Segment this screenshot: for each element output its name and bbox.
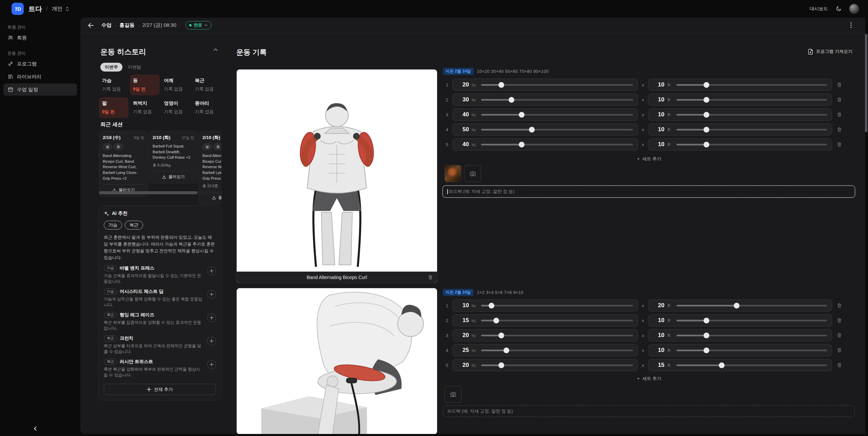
session-card[interactable]: 2/10 (화)17일 전Barbell Full Squat, Barbell… <box>149 131 198 183</box>
weight-value[interactable]: 25 <box>457 347 469 354</box>
slider-thumb[interactable] <box>519 112 525 118</box>
reps-value[interactable]: 15 <box>653 362 665 369</box>
feedback-input[interactable]: 피드백 (예: 자세 교정, 잘한 점 등) <box>443 186 855 197</box>
reps-value[interactable]: 20 <box>653 302 665 309</box>
weight-slider[interactable] <box>481 114 633 116</box>
slider-thumb[interactable] <box>704 142 709 147</box>
back-button[interactable] <box>88 23 94 28</box>
add-photo-camera-button[interactable] <box>445 386 461 403</box>
chevron-up-down-icon[interactable] <box>65 6 70 12</box>
ai-focus-tag[interactable]: 가슴 <box>104 221 122 230</box>
sidebar-item-program[interactable]: 프로그램 <box>3 58 77 70</box>
add-exercise-button[interactable] <box>207 313 216 322</box>
sessions-horizontal-scrollbar[interactable] <box>99 191 221 194</box>
vertical-scrollbar[interactable] <box>865 34 867 132</box>
slider-thumb[interactable] <box>704 97 709 103</box>
reps-slider[interactable] <box>676 84 827 86</box>
user-avatar[interactable] <box>849 4 859 14</box>
reps-value[interactable]: 10 <box>653 96 665 103</box>
weight-slider[interactable] <box>481 129 633 131</box>
slider-thumb[interactable] <box>719 362 725 368</box>
delete-set-button[interactable] <box>837 318 842 323</box>
add-exercise-button[interactable] <box>207 360 216 369</box>
weight-value[interactable]: 15 <box>457 317 469 324</box>
reps-slider[interactable] <box>676 320 827 321</box>
import-program-button[interactable]: 프로그램 가져오기 <box>805 46 855 57</box>
reps-slider[interactable] <box>676 114 827 116</box>
reps-value[interactable]: 10 <box>653 111 665 118</box>
slider-thumb[interactable] <box>704 112 709 118</box>
weight-value[interactable]: 30 <box>457 96 469 103</box>
weight-slider[interactable] <box>481 335 633 336</box>
weight-value[interactable]: 20 <box>457 332 469 339</box>
sidebar-collapse-icon[interactable] <box>33 426 37 431</box>
delete-set-button[interactable] <box>837 142 842 147</box>
weight-value[interactable]: 40 <box>457 111 469 118</box>
tab-이번달[interactable]: 이번달 <box>128 64 141 70</box>
weight-slider[interactable] <box>481 305 633 306</box>
slider-thumb[interactable] <box>498 82 504 88</box>
reps-value[interactable]: 10 <box>653 141 665 148</box>
slider-thumb[interactable] <box>504 348 509 353</box>
weight-slider[interactable] <box>481 144 633 145</box>
sidebar-item-members[interactable]: 회원 <box>3 32 77 44</box>
weight-value[interactable]: 50 <box>457 126 469 133</box>
reps-slider[interactable] <box>676 305 827 306</box>
load-session-button[interactable]: 불러오기 <box>153 174 194 180</box>
add-exercise-button[interactable] <box>207 266 216 275</box>
slider-thumb[interactable] <box>509 97 514 103</box>
feedback-input[interactable]: 피드백 (예: 자세 교정, 잘한 점 등) <box>443 405 855 417</box>
slider-thumb[interactable] <box>519 142 525 147</box>
more-menu-button[interactable] <box>850 22 852 28</box>
reps-slider[interactable] <box>676 144 827 145</box>
delete-exercise-button[interactable] <box>428 275 433 280</box>
theme-toggle-moon-icon[interactable] <box>835 6 842 12</box>
weight-value[interactable]: 10 <box>457 302 469 309</box>
add-set-button[interactable]: +세트 추가 <box>443 376 855 382</box>
add-set-button[interactable]: +세트 추가 <box>443 156 855 162</box>
weight-slider[interactable] <box>481 84 633 86</box>
delete-set-button[interactable] <box>837 333 842 338</box>
slider-thumb[interactable] <box>529 127 535 133</box>
delete-set-button[interactable] <box>837 82 842 87</box>
scrollbar-thumb[interactable] <box>99 191 197 194</box>
slider-thumb[interactable] <box>704 348 709 353</box>
slider-thumb[interactable] <box>489 303 494 309</box>
add-photo-camera-button[interactable] <box>464 165 481 182</box>
dashboard-link[interactable]: 대시보드 <box>810 6 828 12</box>
history-collapse-icon[interactable] <box>213 48 218 51</box>
add-exercise-button[interactable] <box>207 290 216 299</box>
delete-set-button[interactable] <box>837 348 842 353</box>
reps-value[interactable]: 10 <box>653 317 665 324</box>
reps-value[interactable]: 10 <box>653 126 665 133</box>
slider-thumb[interactable] <box>704 333 709 338</box>
workout-photo-thumbnail[interactable] <box>445 165 461 182</box>
delete-set-button[interactable] <box>837 303 842 308</box>
sidebar-item-calendar[interactable]: 수업 일정 <box>3 83 77 96</box>
ai-focus-tag[interactable]: 복근 <box>125 221 143 230</box>
weight-slider[interactable] <box>481 350 633 351</box>
delete-set-button[interactable] <box>837 97 842 102</box>
status-badge[interactable]: 완료 <box>185 21 212 29</box>
slider-thumb[interactable] <box>704 318 709 323</box>
reps-value[interactable]: 10 <box>653 81 665 88</box>
slider-thumb[interactable] <box>493 318 499 323</box>
reps-slider[interactable] <box>676 350 827 351</box>
weight-slider[interactable] <box>481 364 633 366</box>
weight-slider[interactable] <box>481 320 633 321</box>
reps-slider[interactable] <box>676 99 827 101</box>
weight-slider[interactable] <box>481 99 633 101</box>
reps-slider[interactable] <box>676 335 827 336</box>
reps-value[interactable]: 10 <box>653 347 665 354</box>
app-logo[interactable]: TD <box>12 3 24 15</box>
slider-thumb[interactable] <box>704 82 709 88</box>
slider-thumb[interactable] <box>734 303 739 309</box>
load-session-button[interactable]: 불러오기 <box>202 195 221 200</box>
weight-value[interactable]: 20 <box>457 81 469 88</box>
reps-value[interactable]: 10 <box>653 332 665 339</box>
tab-이번주[interactable]: 이번주 <box>100 63 122 72</box>
workspace-switcher[interactable]: 개인 <box>52 5 62 13</box>
add-all-button[interactable]: 전체 추가 <box>104 384 216 395</box>
sidebar-item-library[interactable]: 라이브러리 <box>3 71 77 83</box>
slider-thumb[interactable] <box>498 362 504 368</box>
